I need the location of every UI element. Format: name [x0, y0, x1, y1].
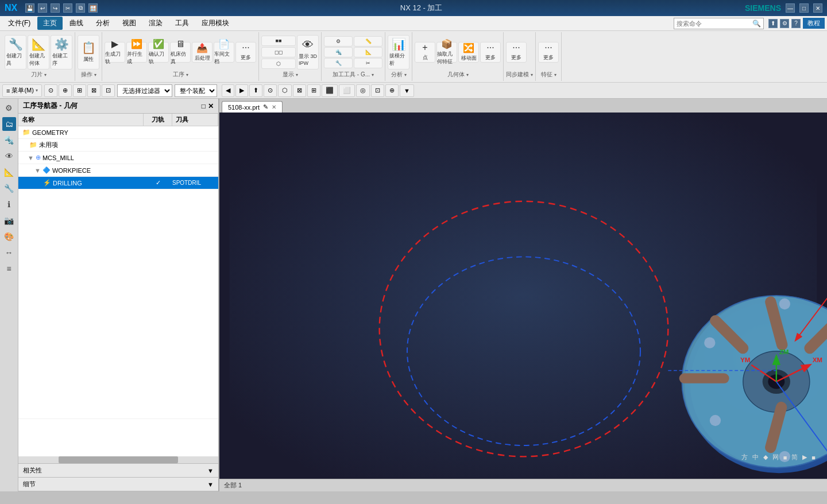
- nav-btn-8[interactable]: ⬛: [322, 84, 338, 97]
- nav-btn-6[interactable]: ⊠: [293, 84, 306, 97]
- snap-btn-3[interactable]: ⊞: [73, 84, 86, 97]
- redo-btn[interactable]: ↪: [51, 3, 60, 13]
- point-btn[interactable]: + 点: [415, 42, 435, 63]
- geometry-dropdown-arrow[interactable]: ▾: [466, 72, 469, 77]
- menu-curve[interactable]: 曲线: [64, 17, 89, 30]
- nav-btn-11[interactable]: ⊡: [371, 84, 384, 97]
- display-dropdown-arrow[interactable]: ▾: [296, 72, 298, 77]
- sidebar-arrange-icon[interactable]: ≡: [2, 262, 16, 276]
- nav-hscroll[interactable]: [18, 456, 218, 463]
- nav-maximize-btn[interactable]: □: [202, 102, 206, 110]
- machine-tool-4[interactable]: 📏: [354, 36, 382, 46]
- help-btn[interactable]: ?: [791, 19, 801, 28]
- sidebar-view-icon[interactable]: 👁: [2, 149, 16, 163]
- nav-hscroll-thumb[interactable]: [59, 456, 179, 463]
- close-btn[interactable]: ✕: [813, 3, 822, 13]
- sidebar-transform-icon[interactable]: ↔: [2, 246, 16, 259]
- help-dropdown-btn[interactable]: ⬆: [768, 19, 778, 28]
- menu-view[interactable]: 视图: [117, 17, 142, 30]
- nav-btn-10[interactable]: ◎: [356, 84, 370, 97]
- snap-btn-5[interactable]: ⊡: [102, 84, 115, 97]
- window-switch-btn[interactable]: ⧉: [76, 3, 85, 13]
- filter-select[interactable]: 无选择过滤器 边 面: [117, 84, 172, 97]
- tree-row-workpiece[interactable]: ▼ 🔷 WORKPIECE: [18, 164, 218, 177]
- knife-dropdown-arrow[interactable]: ▾: [44, 72, 47, 77]
- nav-section-detail[interactable]: 细节 ▼: [18, 478, 218, 491]
- tree-row-unused[interactable]: 📁 未用项: [18, 139, 218, 152]
- nav-btn-12[interactable]: ⊕: [385, 84, 399, 97]
- menu-tools[interactable]: 工具: [169, 17, 195, 30]
- machine-sim-btn[interactable]: 🖥 机床仿真: [170, 42, 191, 63]
- machine-tool-1[interactable]: ⚙: [324, 36, 353, 46]
- sync-dropdown-arrow[interactable]: ▾: [531, 72, 533, 77]
- sidebar-color-icon[interactable]: 🎨: [2, 230, 16, 243]
- nav-btn-9[interactable]: ⬜: [339, 84, 355, 97]
- snap-btn-1[interactable]: ⊙: [44, 84, 57, 97]
- sidebar-info-icon[interactable]: ℹ: [2, 197, 16, 211]
- operation-dropdown-arrow[interactable]: ▾: [94, 72, 96, 77]
- draft-analysis-btn[interactable]: 📊 拔模分析: [388, 35, 409, 69]
- parallel-gen-btn[interactable]: ⏩ 并行生成: [126, 42, 147, 63]
- create-operation-btn[interactable]: ⚙️ 创建工序: [51, 35, 72, 69]
- property-btn[interactable]: 📋 属性: [78, 35, 99, 69]
- create-geometry-btn[interactable]: 📐 创建几何体: [28, 35, 49, 69]
- nav-section-relevance[interactable]: 相关性 ▼: [18, 464, 218, 478]
- menu-render[interactable]: 渲染: [143, 17, 168, 30]
- display-view-btn[interactable]: ⬡: [261, 59, 296, 69]
- sidebar-tool-icon[interactable]: 🔧: [2, 181, 16, 195]
- sidebar-nav-icon[interactable]: 🗂: [2, 117, 16, 131]
- settings-btn[interactable]: ⚙: [780, 19, 789, 28]
- toolpath-dropdown-arrow[interactable]: ▾: [186, 72, 188, 77]
- nav-btn-1[interactable]: ◀: [222, 84, 234, 97]
- active-tab[interactable]: 5108-xx.prt ✎ ✕: [222, 101, 283, 113]
- nav-btn-3[interactable]: ⬆: [249, 84, 262, 97]
- sidebar-settings-icon[interactable]: ⚙: [2, 101, 16, 115]
- machine-tool-6[interactable]: ✂: [354, 58, 382, 68]
- sidebar-camera-icon[interactable]: 📷: [2, 214, 16, 227]
- save-quick-btn[interactable]: 💾: [25, 3, 34, 13]
- generate-btn[interactable]: ▶ 生成刀轨: [105, 42, 125, 63]
- menu-modules[interactable]: 应用模块: [196, 17, 235, 30]
- undo-btn[interactable]: ↩: [38, 3, 47, 13]
- tutorial-btn[interactable]: 教程: [803, 18, 825, 29]
- nav-btn-5[interactable]: ⬡: [278, 84, 292, 97]
- nav-btn-2[interactable]: ▶: [235, 84, 248, 97]
- shop-doc-btn[interactable]: 📄 车间文档: [214, 42, 234, 63]
- tab-close-btn[interactable]: ✕: [272, 104, 276, 110]
- display-wire-btn[interactable]: ◻◻: [261, 47, 296, 57]
- snap-btn-2[interactable]: ⊕: [59, 84, 72, 97]
- assembly-select[interactable]: 整个装配 工作部件: [175, 84, 217, 97]
- menu-home[interactable]: 主页: [37, 17, 63, 30]
- feature-more-btn[interactable]: ··· 更多: [538, 42, 559, 63]
- extract-geometry-btn[interactable]: 📦 抽取几何特征: [436, 42, 457, 63]
- nav-btn-7[interactable]: ⊞: [307, 84, 320, 97]
- machine-tool-3[interactable]: 🔧: [324, 58, 353, 68]
- machine-tools-dropdown-arrow[interactable]: ▾: [372, 72, 374, 77]
- window-menu-btn[interactable]: 🪟: [88, 3, 98, 13]
- menu-m-btn[interactable]: ≡ 菜单(M) ▾: [2, 84, 42, 97]
- menu-analysis[interactable]: 分析: [90, 17, 115, 30]
- minimize-btn[interactable]: —: [786, 3, 795, 13]
- confirm-cut-btn[interactable]: ✅ 确认刀轨: [148, 42, 169, 63]
- restore-btn[interactable]: □: [799, 3, 809, 13]
- move-face-btn[interactable]: 🔀 移动面: [458, 42, 479, 63]
- sidebar-parts-icon[interactable]: 🔩: [2, 133, 16, 147]
- menu-file[interactable]: 文件(F): [2, 17, 36, 30]
- feature-dropdown-arrow[interactable]: ▾: [554, 72, 557, 77]
- sidebar-geometry-icon[interactable]: 📐: [2, 165, 16, 179]
- snap-btn-4[interactable]: ⊠: [87, 84, 101, 97]
- nav-btn-13[interactable]: ▼: [400, 84, 414, 97]
- nav-btn-4[interactable]: ⊙: [264, 84, 277, 97]
- cut-btn[interactable]: ✂: [63, 3, 72, 13]
- machine-tool-5[interactable]: 📐: [354, 47, 382, 57]
- tree-row-drilling[interactable]: ⚡ DRILLING ✓ SPOTDRIL: [18, 177, 218, 189]
- post-process-btn[interactable]: 📤 后处理: [192, 42, 212, 63]
- display-mode-btn[interactable]: ■■: [261, 36, 296, 46]
- display-3dipw-btn[interactable]: 👁 显示 3D IPW: [297, 35, 319, 69]
- tree-row-geometry[interactable]: 📁 GEOMETRY: [18, 126, 218, 139]
- viewport[interactable]: XM YM ZM: [219, 113, 827, 479]
- toolpath-more-btn[interactable]: ··· 更多: [235, 42, 256, 63]
- create-knife-btn[interactable]: 🔧 创建刀具: [5, 35, 26, 69]
- sync-more-btn[interactable]: ··· 更多: [506, 42, 527, 63]
- tree-row-mcs-mill[interactable]: ▼ ⊕ MCS_MILL: [18, 152, 218, 164]
